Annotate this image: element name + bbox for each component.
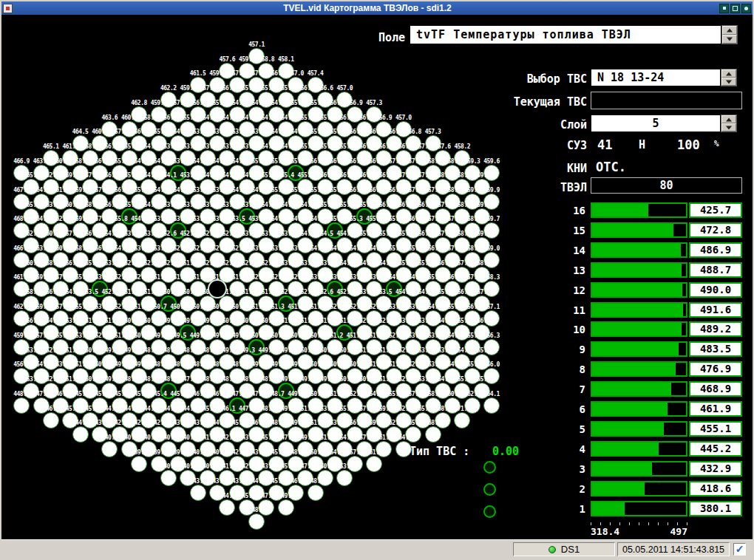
current-tvs-value[interactable] [591,92,742,109]
tvs-select-label: Выбор ТВС [483,72,587,86]
layer-input[interactable]: 5 [591,115,721,132]
spinner-up-icon[interactable] [721,69,736,78]
layer-spinner[interactable] [721,115,737,132]
fuel-rod-value: 459.0 [478,245,505,252]
tvs-type-value: 0.00 [492,445,519,458]
layer-number-label: 8 [560,363,585,375]
spinner-down-icon[interactable] [722,35,737,44]
close-icon [744,7,748,10]
layer-temp-bar-fill [592,443,659,455]
layer-temp-bar-fill [592,383,671,395]
layer-temp-bar-fill [592,403,668,415]
bar-scale-ruler [591,522,687,525]
layer-temp-value: 483.5 [689,341,742,357]
fuel-rod[interactable] [454,412,470,428]
fuel-rod[interactable] [72,426,89,443]
scale-max-label: 497 [637,526,687,537]
layer-temp-bar-fill [592,423,664,435]
fuel-rod[interactable] [13,397,30,414]
layer-number-label: 13 [560,264,585,276]
fuel-rod[interactable] [366,456,382,472]
layer-temp-value: 432.9 [689,461,742,477]
layer-temp-bar-fill [592,244,681,256]
ds1-label: DS1 [561,544,580,555]
fuel-rod-value: 456.0 [478,361,505,368]
layer-temp-value: 490.0 [689,282,742,298]
fuel-rod[interactable] [131,456,147,472]
minimize-button[interactable] [719,4,729,13]
layer-temp-value: 472.8 [689,222,742,238]
layer-temp-value: 488.7 [689,262,742,278]
close-button[interactable] [741,4,751,13]
layer-temp-bar-fill [592,304,683,316]
layer-number-label: 9 [560,344,585,355]
fuel-rod-value: 458.2 [449,143,475,150]
field-select[interactable]: tvTF Температуры топлива ТВЭЛ [410,25,721,44]
fuel-rod-value: 457.1 [478,304,505,310]
spinner-up-icon[interactable] [722,26,737,35]
spinner-down-icon[interactable] [721,123,736,132]
ds1-panel: DS1 [513,542,615,556]
layer-temp-bar-fill [592,363,676,375]
layer-temp-bar [591,461,687,477]
fuel-rod-value: 453.2 [331,463,358,470]
window-title: TVEL.vid Картограмма ТВЭЛов - sdi1.2 [16,3,719,13]
selected-fuel-rod[interactable] [208,279,227,298]
layer-temp-value: 461.9 [689,401,742,417]
fuel-rod-value: 471.3 [449,406,475,412]
layer-temp-bar-fill [592,264,682,276]
window-buttons [719,4,751,13]
layer-temp-bar-fill [592,343,679,355]
layer-number-label: 10 [560,324,585,335]
layer-temp-bar [591,441,687,457]
fuel-rod[interactable] [101,441,118,457]
tvs-type-circle-3 [483,505,496,518]
fuel-rod-value: 464.1 [478,391,505,397]
layer-number-label: 14 [560,245,585,256]
layer-temp-value: 425.7 [689,202,742,218]
layer-temp-value: 455.1 [689,421,742,437]
suz-h-value: 100 [677,137,700,152]
field-label: Поле [327,31,405,44]
fuel-rod[interactable] [190,485,206,501]
tvs-select-input[interactable]: N 18 13-24 [591,69,721,86]
layer-temp-value: 476.9 [689,361,742,377]
fuel-rod[interactable] [336,470,353,486]
layer-number-label: 2 [560,483,585,495]
spinner-up-icon[interactable] [721,115,736,123]
fuel-rod[interactable] [425,426,441,443]
kni-value: ОТС. [596,160,626,174]
fuel-rod[interactable] [219,499,235,516]
fuel-rod-value: 456.3 [478,332,505,339]
window-menu-icon[interactable] [3,4,13,13]
tvs-spinner[interactable] [721,69,737,86]
fuel-rod[interactable] [278,499,294,516]
fuel-rod-value: 459.3 [469,202,495,208]
fuel-rod[interactable] [483,397,500,414]
fuel-rod[interactable] [248,513,265,530]
fuel-rod[interactable] [160,470,177,486]
layer-temp-value: 489.2 [689,321,742,337]
status-checkbox[interactable]: ✓ [733,543,746,556]
field-spinner[interactable] [721,25,738,44]
fuel-rod[interactable] [308,485,324,501]
fuel-rod-value: 448.8 [302,478,329,485]
current-tvs-label: Текущая ТВС [469,95,587,109]
fuel-rod-value: 458.3 [478,274,505,281]
fuel-rod[interactable] [43,412,59,428]
layer-number-label: 7 [560,383,585,395]
layer-temp-value: 445.2 [689,441,742,457]
layer-temp-value: 486.9 [689,242,742,258]
datetime-panel: 05.05.2011 14:51:43.815 [617,542,730,556]
layer-temp-bar [591,381,687,397]
fuel-rod[interactable] [395,441,412,457]
layer-number-label: 16 [560,205,585,216]
layer-temp-bar-fill [592,204,648,216]
fuel-rod-value: 457.1 [243,41,270,48]
layer-number-label: 11 [560,304,585,316]
layer-temp-bar [591,361,687,377]
spinner-down-icon[interactable] [721,78,736,86]
maximize-button[interactable] [730,4,740,13]
layer-number-label: 15 [560,225,585,236]
minimize-icon [723,7,726,10]
